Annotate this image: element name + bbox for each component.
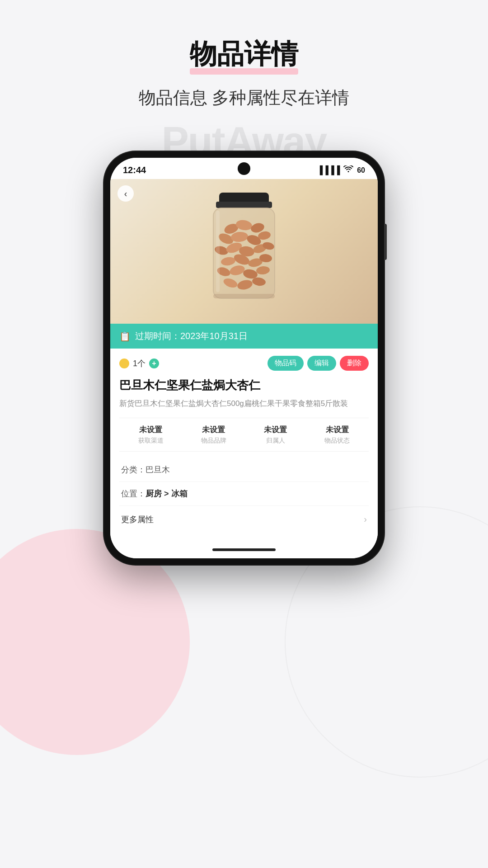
product-image-area: ‹ — [110, 179, 378, 324]
item-content: 1个 + 物品码 编辑 删除 巴旦木仁坚果仁盐焗大杏仁 新货巴旦木仁坚果仁盐焗大… — [110, 349, 378, 544]
product-title: 巴旦木仁坚果仁盐焗大杏仁 — [119, 377, 369, 393]
expiry-icon: 📋 — [119, 331, 131, 342]
barcode-button[interactable]: 物品码 — [267, 356, 304, 371]
more-attributes[interactable]: 更多属性 › — [119, 506, 369, 533]
attr-owner-value: 未设置 — [264, 425, 287, 435]
camera-notch — [238, 162, 250, 175]
status-time: 12:44 — [123, 165, 146, 175]
category-label: 分类： — [121, 465, 145, 474]
phone-screen: 12:44 ▐▐▐▐ 60 — [110, 158, 378, 558]
location-label: 位置： — [121, 489, 145, 498]
wifi-icon — [343, 165, 353, 175]
page-header: 物品详情 物品信息 多种属性尽在详情 — [139, 36, 350, 109]
home-bar — [212, 548, 276, 551]
attr-owner-label: 归属人 — [264, 437, 287, 445]
expiry-banner: 📋 过期时间：2023年10月31日 — [110, 324, 378, 349]
top-row: 1个 + 物品码 编辑 删除 — [119, 356, 369, 371]
category-row: 分类：巴旦木 — [119, 458, 369, 482]
delete-button[interactable]: 删除 — [340, 356, 369, 371]
attributes-row: 未设置 获取渠道 未设置 物品品牌 未设置 归属人 未设置 物品状态 — [119, 418, 369, 452]
chevron-right-icon: › — [364, 514, 367, 524]
svg-rect-26 — [216, 211, 220, 292]
attr-brand: 未设置 物品品牌 — [201, 425, 226, 445]
add-button[interactable]: + — [149, 359, 159, 368]
count-text: 1个 — [133, 358, 145, 369]
attr-source-value: 未设置 — [138, 425, 164, 435]
edit-button[interactable]: 编辑 — [307, 356, 336, 371]
count-area: 1个 + — [119, 358, 159, 369]
signal-icon: ▐▐▐▐ — [317, 165, 340, 175]
category-value: 巴旦木 — [145, 465, 170, 474]
more-attrs-label: 更多属性 — [121, 514, 154, 525]
svg-rect-1 — [216, 202, 272, 208]
expiry-text: 过期时间：2023年10月31日 — [135, 330, 248, 342]
page-subtitle: 物品信息 多种属性尽在详情 — [139, 86, 350, 109]
back-button[interactable]: ‹ — [117, 185, 134, 202]
attr-status: 未设置 物品状态 — [324, 425, 350, 445]
phone-side-button — [384, 224, 387, 260]
yellow-dot — [119, 359, 129, 368]
attr-status-label: 物品状态 — [324, 437, 350, 445]
attr-status-value: 未设置 — [324, 425, 350, 435]
action-buttons: 物品码 编辑 删除 — [267, 356, 369, 371]
attr-source-label: 获取渠道 — [138, 437, 164, 445]
status-icons: ▐▐▐▐ 60 — [317, 165, 365, 175]
home-indicator — [110, 544, 378, 558]
product-description: 新货巴旦木仁坚果仁盐焗大杏仁500g扁桃仁果干果零食整箱5斤散装 — [119, 398, 369, 410]
attr-brand-label: 物品品牌 — [201, 437, 226, 445]
product-image — [194, 188, 294, 315]
page-title: 物品详情 — [190, 36, 298, 73]
status-bar: 12:44 ▐▐▐▐ 60 — [110, 158, 378, 179]
location-row: 位置：厨房 > 冰箱 — [119, 482, 369, 506]
battery-icon: 60 — [357, 166, 365, 175]
attr-source: 未设置 获取渠道 — [138, 425, 164, 445]
phone-frame: 12:44 ▐▐▐▐ 60 — [104, 151, 384, 565]
attr-brand-value: 未设置 — [201, 425, 226, 435]
svg-rect-27 — [213, 294, 275, 298]
location-value: 厨房 > 冰箱 — [145, 489, 188, 498]
attr-owner: 未设置 归属人 — [264, 425, 287, 445]
phone-mockup: 12:44 ▐▐▐▐ 60 — [104, 151, 384, 565]
